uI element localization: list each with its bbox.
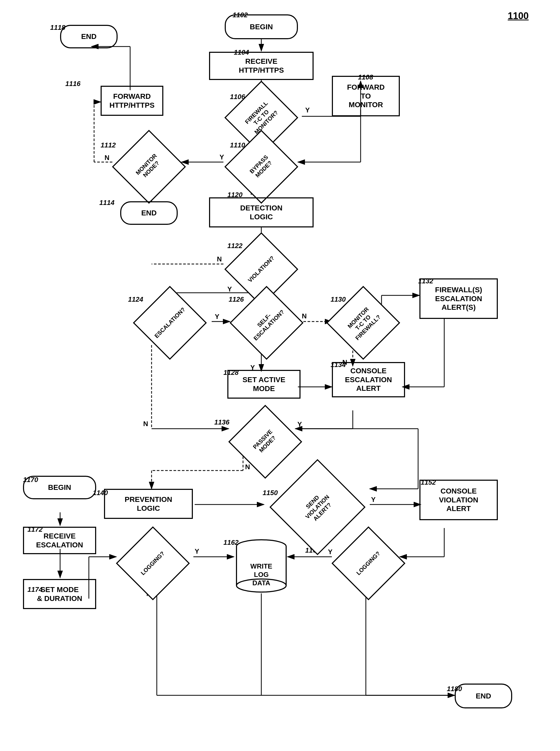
- svg-text:LOG: LOG: [254, 571, 268, 578]
- monitor-tc-firewall-diamond: MONITORT-C TOFIREWALL?: [327, 299, 400, 347]
- bypass-mode-diamond: BYPASSMODE?: [225, 143, 298, 190]
- diagram-title: 1100: [508, 11, 528, 21]
- end2-node: END: [60, 25, 118, 48]
- logging1-diamond: LOGGING?: [116, 540, 189, 587]
- svg-text:N: N: [104, 154, 109, 161]
- svg-text:DATA: DATA: [253, 579, 271, 587]
- set-mode-node: SET MODE& DURATION: [23, 579, 96, 609]
- ref-1136: 1136: [214, 418, 229, 426]
- svg-text:Y: Y: [195, 547, 199, 555]
- ref-1116: 1116: [65, 80, 80, 88]
- self-escalation-diamond: SELF-ESCALATION?: [230, 299, 303, 347]
- escalation-diamond: ESCALATION?: [133, 299, 206, 347]
- monitor-node-diamond: MONITORNODE?: [112, 143, 185, 190]
- svg-text:Y: Y: [305, 106, 309, 114]
- logging2-diamond: LOGGING?: [332, 540, 405, 587]
- end3-node: END: [455, 684, 512, 708]
- svg-text:N: N: [143, 420, 148, 428]
- violation-diamond: VIOLATION?: [225, 246, 298, 293]
- firewalls-escalation-node: FIREWALL(S)ESCALATIONALERT(S): [419, 278, 498, 319]
- begin-node: BEGIN: [225, 14, 298, 39]
- prevention-logic-node: PREVENTIONLOGIC: [104, 489, 193, 519]
- svg-text:Y: Y: [220, 153, 224, 161]
- set-active-mode-node: SET ACTIVEMODE: [227, 370, 301, 399]
- console-escalation-node: CONSOLEESCALATIONALERT: [332, 362, 405, 397]
- detection-logic-node: DETECTIONLOGIC: [209, 197, 314, 228]
- write-log-node: WRITE LOG DATA: [234, 538, 289, 593]
- passive-mode-diamond: PASSIVEMODE?: [229, 418, 302, 465]
- svg-text:WRITE: WRITE: [251, 562, 272, 570]
- ref-1114: 1114: [99, 199, 115, 207]
- receive-http-node: RECEIVEHTTP/HTTPS: [209, 52, 314, 80]
- begin2-node: BEGIN: [23, 476, 96, 499]
- end1-node: END: [120, 201, 178, 225]
- forward-to-monitor-node: FORWARDTOMONITOR: [332, 76, 400, 116]
- svg-text:Y: Y: [215, 313, 219, 320]
- flowchart-diagram: 1100 1102 1104 1106 1108 1116 1110 1112 …: [0, 0, 560, 751]
- console-violation-node: CONSOLEVIOLATIONALERT: [419, 480, 498, 520]
- send-violation-diamond: SENDVIOLATIONALERT?: [264, 481, 371, 533]
- svg-text:N: N: [217, 255, 222, 263]
- receive-escalation-node: RECEIVEESCALATION: [23, 527, 96, 554]
- forward-http-node: FORWARDHTTP/HTTPS: [101, 86, 163, 116]
- svg-text:Y: Y: [371, 496, 376, 503]
